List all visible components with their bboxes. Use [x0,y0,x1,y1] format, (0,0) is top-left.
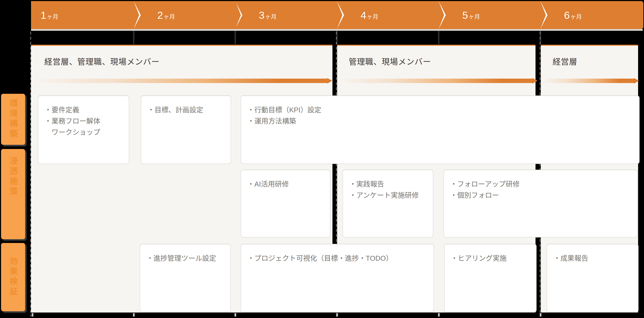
phase-gradient-arrow-2 [338,79,532,83]
timeline-segment-month-2: 2 ヶ月 [134,1,241,29]
row-label-environment-setup: 環境構築 [1,94,25,145]
task-item: ・運用方法構築 [248,116,636,127]
task-card-followup: ・フォローアップ研修・個別フォロー [444,170,638,237]
task-card-project-visualization: ・プロジェクト可視化（目標・進捗・TODO） [241,244,434,313]
month-unit: ヶ月 [468,14,480,20]
audience-label-phase-1: 経営層、管理職、現場メンバー [44,55,160,67]
month-tick [540,313,542,317]
phase-gradient-arrow-3 [542,79,634,83]
month-tick [32,313,33,317]
task-card-results-report: ・成果報告 [547,244,638,313]
task-item: ・要件定義 [44,104,126,116]
row-label-adoption-measures: 浸透施策 [1,149,25,239]
task-item: ・成果報告 [554,253,635,264]
month-unit: ヶ月 [367,14,378,20]
month-tick [133,31,134,44]
month-tick [234,31,236,44]
task-item: ワークショップ [44,127,126,138]
task-item: ・業務フロー解体 [44,116,126,127]
audience-label-phase-2: 管理職、現場メンバー [349,55,431,67]
row-label-text: 環境構築 [8,99,19,140]
month-label: 4 ヶ月 [360,10,378,20]
row-label-text: 効果検証 [8,257,19,297]
task-item: ・フォローアップ研修 [450,178,634,190]
task-card-hearing: ・ヒアリング実施 [444,244,536,313]
month-tick [336,313,338,317]
timeline-segment-month-3: 3 ヶ月 [235,1,342,29]
month-unit: ヶ月 [47,14,58,20]
month-number: 1 [40,10,46,20]
task-card-progress-tool: ・進捗管理ツール設定 [140,244,231,313]
month-number: 4 [360,10,366,20]
row-label-text: 浸透施策 [8,157,19,197]
timeline-segment-month-6: 6 ヶ月 [540,1,643,29]
month-tick [438,313,440,317]
timeline-header-bar: 1 ヶ月 2 ヶ月 3 ヶ月 4 ヶ月 5 ヶ月 6 ヶ月 [31,1,643,29]
month-unit: ヶ月 [570,14,582,20]
row-label-effect-verification: 効果検証 [1,243,25,311]
task-card-requirements: ・要件定義・業務フロー解体 ワークショップ [38,95,129,164]
task-item: ・AI活用研修 [248,178,327,190]
phase-gradient-arrow-1 [32,79,327,83]
audience-label-phase-3: 経営層 [552,55,577,67]
month-unit: ヶ月 [164,14,175,20]
month-number: 5 [462,10,468,20]
month-label: 5 ヶ月 [462,10,480,20]
panel-edge-line [30,32,31,317]
month-label: 1 ヶ月 [40,10,58,20]
month-label: 6 ヶ月 [564,10,582,20]
month-number: 3 [259,10,264,20]
task-item: ・実践報告 [349,178,430,190]
timeline-underline [31,29,643,31]
month-tick [133,313,135,317]
task-item: ・行動目標（KPI）設定 [248,104,636,116]
month-label: 3 ヶ月 [259,10,276,20]
month-number: 6 [564,10,570,20]
task-item: ・目標、計画設定 [148,104,228,116]
task-card-ai-training: ・AI活用研修 [241,170,330,237]
task-item: ・プロジェクト可視化（目標・進捗・TODO） [248,253,430,264]
task-item: ・アンケート実施研修 [349,190,430,201]
timeline-segment-month-5: 5 ヶ月 [438,1,546,29]
month-label: 2 ヶ月 [157,10,175,20]
month-unit: ヶ月 [265,14,276,20]
timeline-segment-month-4: 4 ヶ月 [337,1,444,29]
task-item: ・個別フォロー [450,190,634,201]
task-item: ・進捗管理ツール設定 [146,253,227,264]
month-number: 2 [157,10,163,20]
task-item: ・ヒアリング実施 [451,253,533,264]
month-tick [234,313,236,317]
task-card-goal-planning: ・目標、計画設定 [141,95,231,164]
timeline-segment-month-1: 1 ヶ月 [31,1,139,29]
month-tick [438,31,440,44]
task-card-kpi-operation: ・行動目標（KPI）設定・運用方法構築 [241,95,640,164]
task-card-practice-report: ・実践報告・アンケート実施研修 [342,170,433,237]
